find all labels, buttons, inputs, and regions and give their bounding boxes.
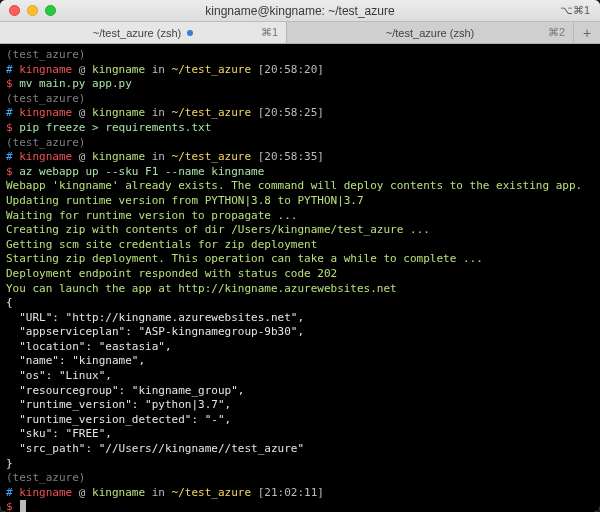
terminal-line: $ az webapp up --sku F1 --name kingname <box>6 165 594 180</box>
tab-2[interactable]: ~/test_azure (zsh) ⌘2 <box>287 22 574 43</box>
close-icon[interactable] <box>9 5 20 16</box>
terminal-line: "URL": "http://kingname.azurewebsites.ne… <box>6 311 594 326</box>
terminal-line: } <box>6 457 594 472</box>
terminal-line: # kingname @ kingname in ~/test_azure [2… <box>6 63 594 78</box>
minimize-icon[interactable] <box>27 5 38 16</box>
terminal-line: (test_azure) <box>6 136 594 151</box>
terminal-line: Webapp 'kingname' already exists. The co… <box>6 179 594 194</box>
terminal-line: # kingname @ kingname in ~/test_azure [2… <box>6 150 594 165</box>
terminal-line: (test_azure) <box>6 471 594 486</box>
window-controls <box>0 5 56 16</box>
terminal-line: (test_azure) <box>6 92 594 107</box>
terminal-line: "os": "Linux", <box>6 369 594 384</box>
modified-indicator-icon <box>187 30 193 36</box>
terminal-content[interactable]: (test_azure)# kingname @ kingname in ~/t… <box>0 44 600 512</box>
terminal-line: Starting zip deployment. This operation … <box>6 252 594 267</box>
terminal-line: "src_path": "//Users//kingname//test_azu… <box>6 442 594 457</box>
tab-shortcut: ⌘2 <box>548 26 565 39</box>
terminal-line: { <box>6 296 594 311</box>
terminal-line: (test_azure) <box>6 48 594 63</box>
terminal-line: "appserviceplan": "ASP-kingnamegroup-9b3… <box>6 325 594 340</box>
terminal-line: # kingname @ kingname in ~/test_azure [2… <box>6 106 594 121</box>
cursor-icon <box>20 500 26 512</box>
tab-bar: ~/test_azure (zsh) ⌘1 ~/test_azure (zsh)… <box>0 22 600 44</box>
plus-icon: + <box>583 25 591 41</box>
terminal-line: $ pip freeze > requirements.txt <box>6 121 594 136</box>
terminal-window: kingname@kingname: ~/test_azure ⌥⌘1 ~/te… <box>0 0 600 512</box>
tab-label: ~/test_azure (zsh) <box>386 27 474 39</box>
terminal-line: "runtime_version": "python|3.7", <box>6 398 594 413</box>
window-title: kingname@kingname: ~/test_azure <box>0 4 600 18</box>
terminal-line: "runtime_version_detected": "-", <box>6 413 594 428</box>
terminal-line: # kingname @ kingname in ~/test_azure [2… <box>6 486 594 501</box>
terminal-line: "resourcegroup": "kingname_group", <box>6 384 594 399</box>
tab-1[interactable]: ~/test_azure (zsh) ⌘1 <box>0 22 287 43</box>
terminal-line: Updating runtime version from PYTHON|3.8… <box>6 194 594 209</box>
terminal-line: $ mv main.py app.py <box>6 77 594 92</box>
terminal-line: "sku": "FREE", <box>6 427 594 442</box>
terminal-line: You can launch the app at http://kingnam… <box>6 282 594 297</box>
terminal-prompt[interactable]: $ <box>6 500 594 512</box>
terminal-line: "name": "kingname", <box>6 354 594 369</box>
terminal-line: Waiting for runtime version to propagate… <box>6 209 594 224</box>
titlebar[interactable]: kingname@kingname: ~/test_azure ⌥⌘1 <box>0 0 600 22</box>
tab-shortcut: ⌘1 <box>261 26 278 39</box>
window-shortcut: ⌥⌘1 <box>560 4 600 17</box>
terminal-line: Creating zip with contents of dir /Users… <box>6 223 594 238</box>
tab-label: ~/test_azure (zsh) <box>93 27 181 39</box>
new-tab-button[interactable]: + <box>574 22 600 43</box>
zoom-icon[interactable] <box>45 5 56 16</box>
terminal-line: Getting scm site credentials for zip dep… <box>6 238 594 253</box>
terminal-line: "location": "eastasia", <box>6 340 594 355</box>
terminal-line: Deployment endpoint responded with statu… <box>6 267 594 282</box>
